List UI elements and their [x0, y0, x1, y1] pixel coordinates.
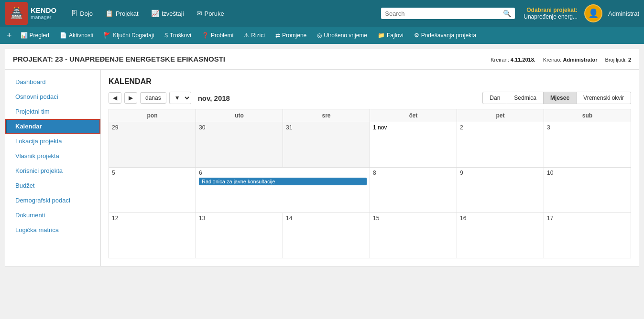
aktivnosti-icon: 📄: [60, 32, 67, 39]
logo[interactable]: 🏯 KENDO manager: [5, 2, 56, 25]
main-layout: Dashboard Osnovni podaci Projektni tim K…: [5, 70, 639, 266]
sidebar-item-budzet[interactable]: Budžet: [5, 178, 100, 193]
nav-promjene[interactable]: ⇄ Promjene: [271, 30, 311, 41]
utroseno-icon: ◎: [317, 32, 322, 39]
cal-day-2[interactable]: 2: [457, 122, 544, 168]
problemi-icon: ❓: [202, 32, 209, 39]
sidebar-item-demografski-podaci[interactable]: Demografski podaci: [5, 193, 100, 208]
cal-day-29[interactable]: 29: [109, 122, 196, 168]
nav-poruke[interactable]: ✉ Poruke: [192, 7, 229, 20]
weekday-pet: pet: [457, 109, 544, 122]
nav-kljucni-dogadjaji[interactable]: 🚩 Ključni Događaji: [99, 30, 159, 41]
search-input[interactable]: [385, 10, 500, 17]
add-button[interactable]: +: [4, 31, 15, 40]
cal-day-1nov[interactable]: 1 nov: [370, 122, 457, 168]
people-label: Broj ljudi:: [605, 57, 627, 63]
pregled-icon: 📊: [21, 32, 28, 39]
nav-problemi[interactable]: ❓ Problemi: [197, 30, 238, 41]
view-dan[interactable]: Dan: [482, 92, 507, 104]
cal-day-6[interactable]: 6 Radionica za javne konsultacije: [196, 168, 370, 213]
projekat-icon: 📋: [105, 10, 113, 17]
calendar-area: KALENDAR ◀ ▶ danas ▼ nov, 2018 Dan Sedmi…: [101, 70, 639, 266]
nav-troskovi[interactable]: $ Troškovi: [160, 30, 196, 41]
created-by-label: Kreirao:: [543, 57, 562, 63]
nav-dojo[interactable]: 🗄 Dojo: [66, 7, 98, 20]
project-title: PROJEKAT: 23 - UNAPREĐENJE ENERGETSKE EF…: [13, 55, 225, 63]
calendar-title: KALENDAR: [109, 77, 631, 86]
nav-pregled[interactable]: 📊 Pregled: [16, 30, 54, 41]
next-button[interactable]: ▶: [124, 92, 137, 104]
podesavanja-icon: ⚙: [414, 32, 419, 39]
cal-day-12[interactable]: 12: [109, 213, 196, 258]
user-avatar[interactable]: 👤: [584, 4, 602, 22]
current-month: nov, 2018: [198, 94, 230, 102]
cal-day-17[interactable]: 17: [544, 213, 631, 258]
nav-aktivnosti[interactable]: 📄 Aktivnosti: [55, 30, 98, 41]
cal-day-9[interactable]: 9: [457, 168, 544, 213]
nav-projekat[interactable]: 📋 Projekat: [100, 7, 143, 20]
sidebar: Dashboard Osnovni podaci Projektni tim K…: [5, 70, 101, 266]
top-nav: 🏯 KENDO manager 🗄 Dojo 📋 Projekat 📈 Izve…: [0, 0, 644, 27]
created-label: Kreiran:: [491, 57, 509, 63]
cal-day-13[interactable]: 13: [196, 213, 283, 258]
troskovi-icon: $: [164, 32, 168, 39]
sidebar-item-dokumenti[interactable]: Dokumenti: [5, 208, 100, 223]
cal-day-3[interactable]: 3: [544, 122, 631, 168]
cal-day-14[interactable]: 14: [283, 213, 370, 258]
sidebar-item-projektni-tim[interactable]: Projektni tim: [5, 104, 100, 119]
cal-day-15[interactable]: 15: [370, 213, 457, 258]
cal-day-30[interactable]: 30: [196, 122, 283, 168]
promjene-icon: ⇄: [275, 32, 280, 39]
sidebar-item-kalendar[interactable]: Kalendar: [5, 119, 100, 134]
calendar-week-2: 5 6 Radionica za javne konsultacije 8 9: [109, 168, 631, 213]
sidebar-item-osnovni-podaci[interactable]: Osnovni podaci: [5, 89, 100, 104]
cal-day-5[interactable]: 5: [109, 168, 196, 213]
calendar-toolbar: ◀ ▶ danas ▼ nov, 2018 Dan Sedmica Mjesec…: [109, 92, 631, 104]
view-sedmica[interactable]: Sedmica: [507, 92, 544, 104]
calendar-week-1: 29 30 31 1 nov 2: [109, 122, 631, 168]
cal-day-10[interactable]: 10: [544, 168, 631, 213]
view-mjesec[interactable]: Mjesec: [544, 92, 577, 104]
search-area: 🔍: [381, 8, 515, 19]
nav-izvestaji[interactable]: 📈 Izveštaji: [146, 7, 189, 20]
dojo-icon: 🗄: [71, 10, 77, 17]
app-subname: manager: [31, 14, 56, 20]
selected-project-area: Odabrani projekat: Unapređenje energ...: [524, 7, 578, 20]
sidebar-item-logicka-matrica[interactable]: Logička matrica: [5, 223, 100, 237]
project-header: PROJEKAT: 23 - UNAPREĐENJE ENERGETSKE EF…: [5, 49, 639, 70]
project-meta: Kreiran: 4.11.2018. Kreirao: Administrat…: [491, 57, 631, 63]
nav-rizici[interactable]: ⚠ Rizici: [239, 30, 270, 41]
sidebar-item-dashboard[interactable]: Dashboard: [5, 74, 100, 89]
calendar-week-3: 12 13 14 15 16: [109, 213, 631, 258]
rizici-icon: ⚠: [244, 32, 249, 39]
cal-day-16[interactable]: 16: [457, 213, 544, 258]
calendar-grid: pon uto sre čet pet sub 29: [109, 109, 631, 258]
view-buttons: Dan Sedmica Mjesec Vremenski okvir: [482, 92, 631, 104]
created-date: 4.11.2018.: [511, 57, 535, 63]
cal-day-31[interactable]: 31: [283, 122, 370, 168]
today-button[interactable]: danas: [140, 92, 166, 104]
nav-fajlovi[interactable]: 📁 Fajlovi: [373, 30, 408, 41]
search-button[interactable]: 🔍: [503, 10, 511, 17]
page-content: PROJEKAT: 23 - UNAPREĐENJE ENERGETSKE EF…: [5, 49, 639, 266]
prev-button[interactable]: ◀: [109, 92, 121, 104]
view-vremenski-okvir[interactable]: Vremenski okvir: [577, 92, 631, 104]
nav-podesavanja[interactable]: ⚙ Podešavanja projekta: [409, 30, 481, 41]
app-name: KENDO: [31, 7, 56, 15]
people-count: 2: [628, 57, 631, 63]
sidebar-item-vlasnik-projekta[interactable]: Vlasnik projekta: [5, 149, 100, 163]
event-radionica[interactable]: Radionica za javne konsultacije: [199, 178, 367, 185]
user-name[interactable]: Administrat: [608, 10, 639, 17]
weekday-cet: čet: [370, 109, 457, 122]
selected-project-label: Odabrani projekat:: [524, 7, 578, 13]
nav-utroseno-vrijeme[interactable]: ◎ Utrošeno vrijeme: [312, 30, 372, 41]
fajlovi-icon: 📁: [378, 32, 385, 39]
kljucni-icon: 🚩: [104, 32, 111, 39]
second-nav: + 📊 Pregled 📄 Aktivnosti 🚩 Ključni Događ…: [0, 27, 644, 44]
weekday-sub: sub: [544, 109, 631, 122]
poruke-icon: ✉: [196, 10, 202, 17]
cal-day-8[interactable]: 8: [370, 168, 457, 213]
sidebar-item-korisnici-projekta[interactable]: Korisnici projekta: [5, 163, 100, 178]
sidebar-item-lokacija-projekta[interactable]: Lokacija projekta: [5, 134, 100, 149]
month-select[interactable]: ▼: [169, 92, 191, 104]
